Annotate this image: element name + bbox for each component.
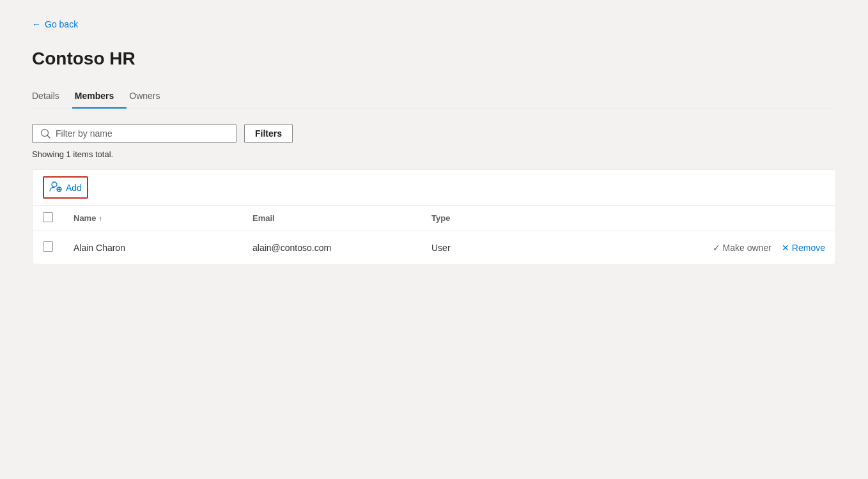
go-back-link[interactable]: ← Go back <box>32 19 78 29</box>
search-icon <box>40 128 50 139</box>
tab-members[interactable]: Members <box>72 84 127 109</box>
th-name-label: Name <box>74 213 96 223</box>
member-actions: ✓ Make owner ✕ Remove <box>549 231 835 264</box>
remove-x-icon: ✕ <box>782 243 789 253</box>
add-member-button[interactable]: Add <box>43 176 88 199</box>
items-count: Showing 1 items total. <box>32 149 836 159</box>
back-arrow-icon: ← <box>32 19 41 29</box>
select-all-checkbox[interactable] <box>43 212 53 222</box>
th-actions <box>549 206 835 231</box>
th-email: Email <box>242 206 421 231</box>
member-email: alain@contoso.com <box>242 231 421 264</box>
members-table: Name ↑ Email Type Alain Charon alain@con… <box>33 206 835 264</box>
member-type: User <box>421 231 549 264</box>
member-name: Alain Charon <box>63 231 242 264</box>
table-row: Alain Charon alain@contoso.com User ✓ Ma… <box>33 231 835 264</box>
table-container: Add Name ↑ Email Type <box>32 169 836 264</box>
add-button-label: Add <box>66 183 82 193</box>
make-owner-label: Make owner <box>723 243 771 253</box>
tab-owners[interactable]: Owners <box>127 84 173 109</box>
sort-arrow-icon: ↑ <box>98 215 102 222</box>
filters-button[interactable]: Filters <box>244 124 293 143</box>
row-checkbox-cell <box>33 231 63 264</box>
toolbar-row: Add <box>33 170 835 206</box>
tabs-container: Details Members Owners <box>32 84 836 109</box>
make-owner-check-icon: ✓ <box>713 243 720 253</box>
make-owner-button[interactable]: ✓ Make owner <box>713 243 771 253</box>
search-input[interactable] <box>56 128 228 139</box>
remove-label: Remove <box>792 243 825 253</box>
add-user-icon <box>49 180 62 195</box>
th-checkbox <box>33 206 63 231</box>
filter-row: Filters <box>32 124 836 143</box>
search-box[interactable] <box>32 124 236 143</box>
remove-member-button[interactable]: ✕ Remove <box>782 243 825 253</box>
tab-details[interactable]: Details <box>32 84 72 109</box>
th-type: Type <box>421 206 549 231</box>
page-title: Contoso HR <box>32 49 836 69</box>
th-name: Name ↑ <box>63 206 242 231</box>
go-back-label: Go back <box>45 19 78 29</box>
svg-point-2 <box>52 182 57 187</box>
row-checkbox[interactable] <box>43 241 53 252</box>
name-sort-button[interactable]: Name ↑ <box>74 213 102 223</box>
svg-line-1 <box>47 135 50 138</box>
